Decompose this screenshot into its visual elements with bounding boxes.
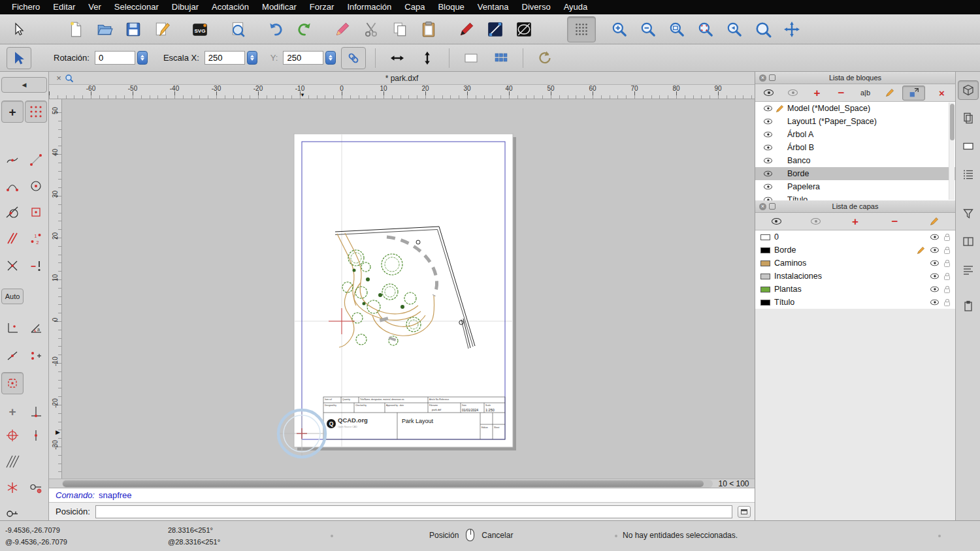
menu-ver[interactable]: Ver: [82, 0, 108, 14]
auto-zoom-button[interactable]: [662, 16, 691, 42]
command-line-toggle-button[interactable]: [738, 506, 751, 518]
layer-row-titulo[interactable]: Título: [755, 296, 955, 309]
snap-middle-button[interactable]: [1, 345, 24, 367]
snap-endpoints-button[interactable]: [1, 175, 24, 197]
visibility-eye-icon[interactable]: [930, 287, 939, 292]
snap-points-button[interactable]: [25, 149, 47, 171]
dock-command-line-button[interactable]: [958, 260, 979, 279]
edit-block-button[interactable]: [878, 86, 901, 101]
rotation-input[interactable]: [95, 51, 135, 65]
lock-icon[interactable]: [944, 236, 950, 241]
lock-icon[interactable]: [944, 276, 950, 280]
panel-detach-icon[interactable]: [769, 74, 776, 81]
visibility-eye-icon[interactable]: [764, 145, 772, 151]
save-file-button[interactable]: [119, 16, 148, 42]
block-row-arbol-a[interactable]: Árbol A: [755, 128, 955, 141]
block-row-banco[interactable]: Banco: [755, 154, 955, 167]
block-row-arbol-b[interactable]: Árbol B: [755, 141, 955, 154]
position-input[interactable]: [95, 505, 732, 518]
close-block-edit-button[interactable]: ×: [930, 86, 953, 101]
visibility-eye-icon[interactable]: [930, 260, 939, 266]
hide-all-layers-button[interactable]: [796, 214, 834, 229]
menu-informacion[interactable]: Información: [340, 0, 398, 14]
layer-row-borde[interactable]: Borde: [755, 244, 955, 257]
lock-icon[interactable]: [944, 249, 950, 254]
dock-clipboard-button[interactable]: [958, 296, 979, 316]
menu-ventana[interactable]: Ventana: [471, 0, 515, 14]
visibility-eye-icon[interactable]: [764, 132, 772, 138]
reference-point-button[interactable]: [1, 372, 24, 394]
block-row-papelera[interactable]: Papelera: [755, 180, 955, 193]
snap-coordinate-button[interactable]: +: [1, 101, 24, 123]
visibility-eye-icon[interactable]: [764, 106, 772, 112]
close-document-icon[interactable]: ×: [54, 73, 63, 83]
visibility-eye-icon[interactable]: [930, 234, 939, 240]
redo-button[interactable]: [290, 16, 319, 42]
dock-list-button[interactable]: [958, 165, 979, 184]
hide-all-blocks-button[interactable]: [781, 86, 804, 101]
edit-document-button[interactable]: [148, 16, 176, 42]
snap-auto-button[interactable]: Auto: [1, 289, 24, 304]
lock-icon[interactable]: [944, 289, 950, 293]
snap-distance-button[interactable]: [25, 345, 47, 367]
layer-row-caminos[interactable]: Caminos: [755, 257, 955, 270]
block-row-titulo[interactable]: Título: [755, 193, 955, 200]
open-file-button[interactable]: [90, 16, 119, 42]
scale-x-stepper-buttons[interactable]: [247, 51, 257, 65]
zoom-window-button[interactable]: [749, 16, 777, 42]
dock-library-browser-button[interactable]: [958, 232, 979, 251]
previous-view-button[interactable]: [720, 16, 749, 42]
add-point-button[interactable]: +: [1, 400, 24, 422]
ellipse-tool-button[interactable]: [510, 16, 538, 42]
scrollbar-thumb[interactable]: [950, 104, 955, 140]
reset-rotation-button[interactable]: [532, 47, 557, 69]
layer-row-instalaciones[interactable]: Instalaciones: [755, 270, 955, 283]
snap-circle-cross-button[interactable]: [1, 424, 24, 447]
link-scale-button[interactable]: [341, 47, 366, 69]
snap-grid-button[interactable]: [25, 101, 47, 123]
undo-button[interactable]: [261, 16, 290, 42]
menu-diverso[interactable]: Diverso: [515, 0, 557, 14]
block-list-scrollbar[interactable]: [949, 102, 955, 200]
visibility-eye-icon[interactable]: [764, 158, 772, 164]
layer-row-0[interactable]: 0: [755, 230, 955, 244]
snap-tangent-button[interactable]: [1, 201, 24, 223]
coordinate-polar-button[interactable]: a: [25, 317, 47, 339]
modify-pen-button[interactable]: [328, 16, 357, 42]
remove-block-button[interactable]: −: [830, 86, 853, 101]
drawing-canvas[interactable]: Item ref Quantity Title/Name, designatio…: [62, 99, 755, 479]
menu-capa[interactable]: Capa: [398, 0, 431, 14]
menu-modificar[interactable]: Modificar: [255, 0, 303, 14]
visibility-eye-icon[interactable]: [930, 247, 939, 253]
svg-export-button[interactable]: SVG: [186, 16, 214, 42]
visibility-eye-icon[interactable]: [764, 171, 772, 177]
rename-block-button[interactable]: a|b: [854, 86, 877, 101]
snap-on-line-button[interactable]: [25, 424, 47, 447]
panel-close-icon[interactable]: ×: [759, 74, 766, 82]
snap-intersection-button[interactable]: [1, 255, 24, 277]
menu-editar[interactable]: Editar: [46, 0, 82, 14]
snap-numbered-points-button[interactable]: 12: [25, 227, 47, 249]
visibility-eye-icon[interactable]: [930, 300, 939, 306]
snap-parallel-button[interactable]: [1, 227, 24, 249]
grid-toggle-button[interactable]: [567, 16, 596, 42]
visibility-eye-icon[interactable]: [764, 184, 772, 190]
visibility-eye-icon[interactable]: [930, 274, 939, 279]
menu-acotacion[interactable]: Acotación: [205, 0, 255, 14]
menu-forzar[interactable]: Forzar: [303, 0, 341, 14]
rotation-stepper-buttons[interactable]: [137, 51, 148, 65]
hatch-tool-button[interactable]: [1, 450, 24, 473]
dock-view-button[interactable]: [958, 136, 979, 156]
horizontal-scrollbar[interactable]: [62, 480, 713, 488]
zoom-out-button[interactable]: [634, 16, 662, 42]
cut-button[interactable]: [357, 16, 385, 42]
dock-selection-filter-button[interactable]: [958, 204, 979, 223]
print-preview-button[interactable]: [223, 16, 252, 42]
scale-y-stepper-buttons[interactable]: [325, 51, 336, 65]
remove-layer-button[interactable]: −: [875, 214, 913, 229]
paste-button[interactable]: [414, 16, 443, 42]
paper-space-button[interactable]: [459, 47, 483, 69]
block-row-layout1[interactable]: Layout1 (*Paper_Space): [755, 115, 955, 128]
show-all-layers-button[interactable]: [757, 214, 795, 229]
scale-x-input[interactable]: [204, 51, 245, 65]
